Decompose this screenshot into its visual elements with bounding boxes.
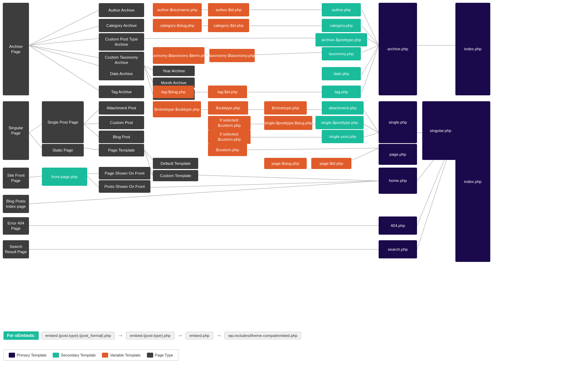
page-shown-on-front-node: Page Shown On Front — [99, 167, 150, 179]
svg-line-27 — [29, 133, 42, 148]
author-php-node: author.php — [322, 3, 361, 16]
legend-secondary-box — [53, 353, 59, 358]
subtype-php-node: $subtype.php — [208, 101, 248, 115]
single-post-page-node: Single Post Page — [42, 101, 84, 143]
posts-shown-on-front-node: Posts Shown On Front — [99, 180, 150, 193]
if-selected-custom-2-node: If selected: $custom.php — [208, 130, 251, 144]
svg-line-3 — [29, 45, 99, 58]
home-php-node: home.php — [379, 168, 417, 194]
site-front-page-node: Site Front Page — [3, 168, 29, 189]
archive-page-node: Archive Page — [3, 3, 29, 95]
page-template-node: Page Template — [99, 144, 144, 156]
svg-line-28 — [84, 110, 99, 124]
if-selected-custom-1-node: If selected: $custom.php — [208, 116, 251, 130]
author-archive-node: Author Archive — [99, 3, 144, 17]
svg-line-51 — [29, 176, 42, 177]
author-id-node: author-$id.php — [208, 3, 249, 16]
mimetype-php-node: $mimetype.php — [264, 101, 307, 115]
svg-line-37 — [364, 110, 379, 133]
oembed-item-2: embed.php — [186, 332, 214, 339]
legend-primary-box — [9, 353, 15, 358]
attachment-php-node: attachment.php — [322, 101, 364, 115]
single-posttype-node: single-$posttype.php — [315, 116, 364, 129]
legend-variable: Variable Template — [102, 353, 140, 358]
svg-line-40 — [364, 124, 379, 133]
category-php-node: category.php — [322, 19, 361, 32]
svg-line-43 — [364, 133, 379, 137]
front-page-php-node: front-page.php — [42, 168, 87, 186]
year-archive-node: Year Archive — [153, 66, 195, 76]
custom-php-node: $custom.php — [208, 144, 247, 156]
taxonomy-slug-node: taxonomy-$taxonomy.php — [209, 49, 255, 62]
single-post-php-node: single-post.php — [322, 130, 364, 143]
index-php2-node: index.php — [455, 101, 490, 262]
oembed-item-0: embed-{post-type}-{post_format}.php — [42, 332, 115, 339]
svg-line-6 — [144, 66, 153, 70]
single-posttype-slug-node: single-$posttype-$slug.php — [264, 116, 312, 130]
custom-template-node: Custom Template — [153, 170, 198, 181]
legend-page-type: Page Type — [147, 353, 173, 358]
svg-line-8 — [144, 66, 153, 94]
blog-posts-index-node: Blog Posts Index page — [3, 195, 29, 213]
tag-slug-node: tag-$slug.php — [153, 86, 194, 98]
canvas: Archive Page Author Archive author-$nice… — [0, 0, 588, 367]
archive-posttype-node: archive-$posttype.php — [315, 33, 367, 46]
connector-lines — [0, 0, 588, 367]
legend-variable-box — [102, 353, 108, 358]
index-php-node: index.php — [455, 3, 490, 95]
arrow-1: → — [118, 332, 123, 339]
custom-taxonomy-archive-node: Custom Taxonomy Archive — [99, 52, 144, 68]
svg-line-29 — [84, 124, 99, 124]
page-id-php-node: page-$id.php — [311, 158, 351, 169]
date-php-node: date.php — [322, 67, 361, 80]
legend-primary: Primary Template — [9, 353, 46, 358]
attachment-post-node: Attachment Post — [99, 101, 144, 115]
custom-post-type-archive-node: Custom Post Type Archive — [99, 33, 144, 51]
category-id-node: category-$id.php — [208, 19, 249, 32]
page-slug-php-node: page-$slug.php — [264, 158, 307, 169]
oembed-item-1: embed-{post-type}.php — [126, 332, 174, 339]
svg-line-19 — [253, 52, 322, 55]
custom-post-node: Custom Post — [99, 116, 144, 129]
legend: Primary Template Secondary Template Vari… — [3, 350, 178, 361]
svg-line-55 — [149, 181, 379, 188]
search-result-page-node: Search Result Page — [3, 240, 29, 258]
static-page-node: Static Page — [42, 144, 84, 156]
oembeds-label: For oEmbeds: — [3, 331, 39, 340]
tag-php-node: tag.php — [322, 86, 361, 98]
archive-php-node: archive.php — [379, 3, 417, 95]
mimetype-subtype-node: $mimetype-$subtype.php — [153, 101, 201, 117]
default-template-node: Default Template — [153, 158, 198, 169]
arrow-3: → — [216, 332, 222, 339]
error-404-page-node: Error 404 Page — [3, 217, 29, 235]
legend-secondary: Secondary Template — [53, 353, 96, 358]
svg-line-33 — [144, 150, 153, 160]
svg-line-7 — [144, 66, 153, 82]
oembeds-bar: For oEmbeds: embed-{post-type}-{post_for… — [3, 331, 301, 340]
404-php-node: 404.php — [379, 216, 417, 235]
svg-line-4 — [29, 45, 99, 66]
blog-post-node: Blog Post — [99, 131, 144, 143]
svg-line-20 — [362, 45, 379, 52]
category-archive-node: Category Archive — [99, 19, 144, 32]
arrow-2: → — [177, 332, 183, 339]
svg-line-25 — [362, 45, 379, 75]
svg-line-2 — [29, 38, 99, 45]
svg-line-16 — [144, 38, 315, 38]
svg-line-31 — [84, 148, 99, 150]
svg-line-17 — [367, 38, 379, 45]
taxonomy-slug-term-node: taxonomy-$taxonomy-$term.php — [153, 47, 204, 64]
page-php-node: page.php — [379, 144, 417, 165]
date-archive-node: Date Archive — [99, 67, 144, 80]
svg-line-30 — [84, 124, 99, 137]
svg-line-0 — [29, 10, 99, 45]
oembed-item-3: wp-includes/theme-compat/embed.php — [224, 332, 301, 339]
singular-page-node: Singular Page — [3, 101, 29, 160]
svg-line-53 — [87, 176, 99, 188]
svg-line-5 — [29, 45, 99, 90]
svg-line-48 — [353, 148, 379, 160]
single-php-node: single.php — [379, 101, 417, 143]
taxonomy-php-node: taxonomy.php — [322, 47, 361, 60]
tag-archive-node: Tag Archive — [99, 86, 144, 98]
search-php-node: search.php — [379, 240, 417, 258]
